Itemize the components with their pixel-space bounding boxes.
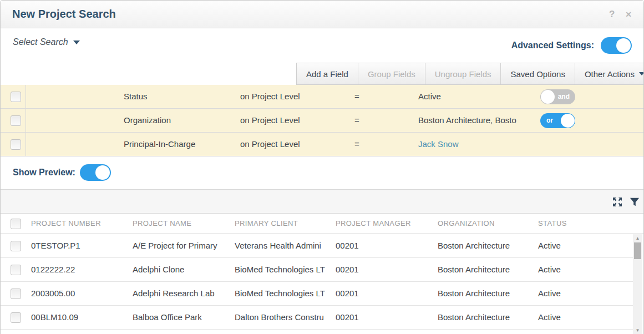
cell-project-name: Adelphi Research Lab (133, 282, 215, 305)
cell-project-name: Balboa Office Park (133, 306, 202, 329)
filter-field[interactable]: Organization (124, 109, 171, 132)
row-checkbox[interactable] (11, 241, 21, 251)
table-scrollbar[interactable]: ▲ ▼ (633, 234, 642, 334)
column-header-project-manager[interactable]: PROJECT MANAGER (336, 214, 411, 234)
filter-field[interactable]: Principal-In-Charge (124, 133, 195, 156)
saved-options-button[interactable]: Saved Options (500, 63, 574, 84)
actions-toolbar: Add a Field Group Fields Ungroup Fields … (296, 63, 643, 85)
help-icon[interactable]: ? (609, 9, 615, 20)
cell-primary-client: Dalton Brothers Constru (235, 306, 324, 329)
filter-criteria-list: Status on Project Level = Active and Org… (1, 85, 643, 156)
chevron-down-icon (639, 72, 644, 75)
cell-project-number: 0122222.22 (31, 258, 75, 281)
cell-project-name: A/E Project for Primary (133, 234, 217, 257)
cell-project-name: Adelphi Clone (133, 258, 184, 281)
table-row[interactable]: 00BLM10.09 Balboa Office Park Dalton Bro… (1, 306, 633, 330)
select-search-label: Select Search (13, 37, 68, 47)
show-preview-label: Show Preview: (13, 156, 75, 189)
cell-project-number: 2003005.00 (31, 282, 75, 305)
toggle-knob (616, 38, 631, 53)
column-header-status[interactable]: STATUS (538, 214, 567, 234)
preview-table-body: 0TESTOP.P1 A/E Project for Primary Veter… (1, 234, 633, 330)
cell-status: Active (538, 282, 561, 305)
add-field-button[interactable]: Add a Field (297, 63, 358, 84)
show-preview-section: Show Preview: (1, 156, 643, 190)
filter-field[interactable]: Status (124, 85, 148, 108)
advanced-settings-control: Advanced Settings: (511, 37, 632, 54)
advanced-settings-label: Advanced Settings: (511, 41, 594, 50)
column-header-primary-client[interactable]: PRIMARY CLIENT (235, 214, 298, 234)
row-checkbox[interactable] (11, 289, 21, 299)
filter-level[interactable]: on Project Level (240, 133, 300, 156)
cell-project-manager: 00201 (336, 306, 359, 329)
filter-row-checkbox[interactable] (11, 139, 21, 150)
cell-project-manager: 00201 (336, 234, 359, 257)
filter-row-status: Status on Project Level = Active and (1, 85, 643, 109)
filter-value-link[interactable]: Jack Snow (418, 133, 459, 156)
expand-grid-icon[interactable] (612, 196, 623, 208)
cell-status: Active (538, 234, 561, 257)
cell-primary-client: Veterans Health Admini (235, 234, 321, 257)
dialog-title: New Project Search (12, 8, 116, 21)
filter-level[interactable]: on Project Level (240, 85, 300, 108)
cell-status: Active (538, 306, 561, 329)
scroll-down-icon[interactable]: ▼ (633, 328, 642, 333)
close-icon[interactable]: ✕ (625, 10, 632, 19)
filter-row-principal-in-charge: Principal-In-Charge on Project Level = J… (1, 133, 643, 156)
ungroup-fields-button: Ungroup Fields (425, 63, 501, 84)
preview-table-header: PROJECT NUMBER PROJECT NAME PRIMARY CLIE… (1, 214, 643, 234)
dialog-titlebar: New Project Search ? ✕ (1, 1, 643, 28)
table-row[interactable]: 0122222.22 Adelphi Clone BioMed Technolo… (1, 258, 633, 282)
toggle-label: and (558, 89, 570, 104)
cell-project-number: 00BLM10.09 (31, 306, 78, 329)
column-header-organization[interactable]: ORGANIZATION (438, 214, 495, 234)
select-all-checkbox[interactable] (11, 219, 21, 229)
other-actions-label: Other Actions (585, 69, 635, 79)
filter-value[interactable]: Active (418, 85, 441, 108)
cell-organization: Boston Architecture (438, 306, 510, 329)
filter-operator[interactable]: = (354, 133, 359, 156)
column-header-project-name[interactable]: PROJECT NAME (133, 214, 191, 234)
cell-primary-client: BioMed Technologies LT (235, 258, 325, 281)
select-search-dropdown[interactable]: Select Search (13, 37, 80, 47)
cell-organization: Boston Architecture (438, 258, 510, 281)
filter-value[interactable]: Boston Architecture, Bosto (418, 109, 516, 132)
and-or-toggle[interactable]: and (540, 89, 575, 104)
column-header-project-number[interactable]: PROJECT NUMBER (31, 214, 101, 234)
filter-grid-icon[interactable] (630, 196, 641, 208)
and-or-toggle[interactable]: or (540, 113, 575, 128)
filter-row-organization: Organization on Project Level = Boston A… (1, 109, 643, 133)
new-project-search-dialog: New Project Search ? ✕ Select Search Adv… (0, 0, 644, 334)
cell-project-manager: 00201 (336, 258, 359, 281)
table-row[interactable]: 2003005.00 Adelphi Research Lab BioMed T… (1, 282, 633, 306)
toggle-knob (561, 114, 575, 128)
toggle-knob (541, 90, 555, 104)
row-checkbox[interactable] (11, 265, 21, 275)
filter-row-checkbox[interactable] (11, 115, 21, 126)
filter-operator[interactable]: = (354, 85, 359, 108)
preview-grid-toolbar (1, 190, 643, 214)
cell-organization: Boston Architecture (438, 234, 510, 257)
toggle-knob (95, 165, 110, 180)
filter-operator[interactable]: = (354, 109, 359, 132)
other-actions-button[interactable]: Other Actions (575, 63, 644, 84)
cell-status: Active (538, 258, 561, 281)
cell-project-number: 0TESTOP.P1 (31, 234, 80, 257)
row-checkbox[interactable] (11, 312, 21, 323)
cell-primary-client: BioMed Technologies LT (235, 282, 325, 305)
filter-level[interactable]: on Project Level (240, 109, 300, 132)
toggle-label: or (546, 113, 553, 128)
scrollbar-thumb[interactable] (634, 242, 641, 259)
table-row[interactable]: 0TESTOP.P1 A/E Project for Primary Veter… (1, 234, 633, 258)
cell-project-manager: 00201 (336, 282, 359, 305)
chevron-down-icon (73, 41, 80, 44)
advanced-settings-toggle[interactable] (601, 37, 632, 54)
show-preview-toggle[interactable] (80, 164, 111, 181)
group-fields-button: Group Fields (358, 63, 425, 84)
cell-organization: Boston Architecture (438, 282, 510, 305)
scroll-up-icon[interactable]: ▲ (633, 236, 642, 241)
filter-row-checkbox[interactable] (11, 92, 21, 102)
